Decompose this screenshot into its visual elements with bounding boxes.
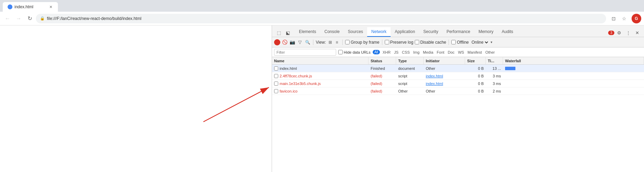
filter-css[interactable]: CSS <box>401 50 411 54</box>
back-button[interactable]: ← <box>3 14 12 23</box>
row-checkbox[interactable] <box>274 82 278 86</box>
tab-memory[interactable]: Memory <box>474 27 497 37</box>
filter-js[interactable]: JS <box>393 50 399 54</box>
type-text: Other <box>398 89 408 93</box>
header-size[interactable]: Size <box>465 57 486 64</box>
row-checkbox[interactable] <box>274 66 278 71</box>
td-initiator: Other <box>424 66 465 71</box>
td-initiator: index.html <box>424 74 465 78</box>
td-type: document <box>396 66 424 71</box>
offline-checkbox[interactable]: Offline <box>451 40 469 45</box>
toolbar-divider3 <box>382 40 382 45</box>
filter-xhr[interactable]: XHR <box>382 50 391 54</box>
filter-manifest[interactable]: Manifest <box>467 50 483 54</box>
toolbar-divider2 <box>342 40 343 45</box>
all-filter-badge[interactable]: All <box>373 50 380 54</box>
td-time: 3 ms <box>486 82 503 86</box>
initiator-text[interactable]: index.html <box>426 82 443 86</box>
group-frame-checkbox[interactable]: Group by frame <box>345 40 379 45</box>
profile-icon[interactable]: G <box>632 14 641 23</box>
td-waterfall <box>503 67 644 70</box>
disable-cache-checkbox[interactable]: Disable cache <box>415 40 446 45</box>
td-type: Other <box>396 89 424 93</box>
filter-ws[interactable]: WS <box>457 50 465 54</box>
view-large-icon[interactable]: ⊞ <box>327 39 333 45</box>
header-waterfall[interactable]: Waterfall <box>503 57 644 64</box>
throttle-dropdown-arrow: ▾ <box>491 40 492 44</box>
td-status: (failed) <box>369 82 396 86</box>
td-time: 2 ms <box>486 89 503 93</box>
tab-performance[interactable]: Performance <box>442 27 474 37</box>
devtools-panel: ⬚ ⬕ Elements Console Sources Network App… <box>272 25 644 172</box>
clear-button[interactable]: 🚫 <box>282 39 288 45</box>
initiator-text: Other <box>426 66 435 71</box>
initiator-text[interactable]: index.html <box>426 74 443 78</box>
svg-line-1 <box>203 87 269 122</box>
header-type[interactable]: Type <box>396 57 424 64</box>
search-button[interactable]: 🔍 <box>304 39 311 45</box>
filter-doc[interactable]: Doc <box>447 50 455 54</box>
tab-sources[interactable]: Sources <box>344 27 367 37</box>
throttle-select[interactable]: Online <box>470 40 489 45</box>
table-row[interactable]: favicon.ico (failed) Other Other 0 B 2 m… <box>272 87 644 95</box>
forward-button[interactable]: → <box>14 14 23 23</box>
header-name[interactable]: Name <box>272 57 369 64</box>
file-name: index.html <box>280 66 297 71</box>
header-time[interactable]: Ti... <box>486 57 503 64</box>
header-initiator[interactable]: Initiator <box>424 57 465 64</box>
file-name: favicon.ico <box>280 89 298 93</box>
table-row[interactable]: index.html Finished document Other 0 B 1… <box>272 65 644 72</box>
row-checkbox[interactable] <box>274 74 278 78</box>
table-row[interactable]: main.1e31e3b5.chunk.js (failed) script i… <box>272 80 644 87</box>
devtools-device-button[interactable]: ⬕ <box>284 29 292 37</box>
reload-button[interactable]: ↻ <box>25 14 34 23</box>
table-row[interactable]: 2.4ff78cec.chunk.js (failed) script inde… <box>272 72 644 80</box>
file-name: 2.4ff78cec.chunk.js <box>280 74 312 78</box>
devtools-close-button[interactable]: ✕ <box>633 29 641 37</box>
tab-security[interactable]: Security <box>419 27 442 37</box>
record-button[interactable] <box>274 39 280 45</box>
filter-media[interactable]: Media <box>422 50 434 54</box>
browser-tab[interactable]: index.html ✕ <box>3 2 58 12</box>
td-name: favicon.ico <box>272 89 369 93</box>
filter-img[interactable]: Img <box>412 50 420 54</box>
bookmark-button[interactable]: ☆ <box>619 14 629 23</box>
filter-bar: Hide data URLs All XHR JS CSS Img Media … <box>272 47 644 57</box>
hide-data-urls-checkbox[interactable]: Hide data URLs <box>338 50 371 54</box>
td-name: index.html <box>272 66 369 71</box>
filter-button[interactable]: ▽ <box>297 39 303 45</box>
td-size: 0 B <box>465 74 486 78</box>
cast-button[interactable]: ⊡ <box>609 14 618 23</box>
tab-console[interactable]: Console <box>320 27 344 37</box>
td-name: main.1e31e3b5.chunk.js <box>272 82 369 86</box>
network-table: Name Status Type Initiator Size Ti... Wa… <box>272 57 644 172</box>
filter-font[interactable]: Font <box>436 50 445 54</box>
screenshot-button[interactable]: 📷 <box>289 39 295 45</box>
devtools-more-button[interactable]: ⋮ <box>624 29 632 37</box>
row-checkbox[interactable] <box>274 89 278 93</box>
tab-elements[interactable]: Elements <box>295 27 320 37</box>
table-header: Name Status Type Initiator Size Ti... Wa… <box>272 57 644 65</box>
size-text: 0 B <box>478 89 484 93</box>
tab-network[interactable]: Network <box>367 27 391 37</box>
size-text: 0 B <box>478 82 484 86</box>
tab-application[interactable]: Application <box>391 27 419 37</box>
devtools-inspect-button[interactable]: ⬚ <box>275 29 283 37</box>
tab-audits[interactable]: Audits <box>497 27 517 37</box>
filter-other[interactable]: Other <box>485 50 496 54</box>
header-status[interactable]: Status <box>369 57 396 64</box>
td-type: script <box>396 82 424 86</box>
tab-close-button[interactable]: ✕ <box>48 4 53 9</box>
toolbar-divider4 <box>449 40 449 45</box>
td-initiator: Other <box>424 89 465 93</box>
type-text: document <box>398 66 415 71</box>
lock-icon: 🔒 <box>40 16 45 21</box>
tab-title: index.html <box>14 4 33 9</box>
view-small-icon[interactable]: ≡ <box>334 39 340 45</box>
address-bar[interactable]: 🔒 file:///F:/lanC/react/new-react-demo/b… <box>36 14 606 23</box>
filter-input[interactable] <box>274 49 336 56</box>
devtools-settings-button[interactable]: ⚙ <box>615 29 623 37</box>
td-status: (failed) <box>369 89 396 93</box>
preserve-log-checkbox[interactable]: Preserve log <box>385 40 413 45</box>
waterfall-bar <box>505 67 515 70</box>
